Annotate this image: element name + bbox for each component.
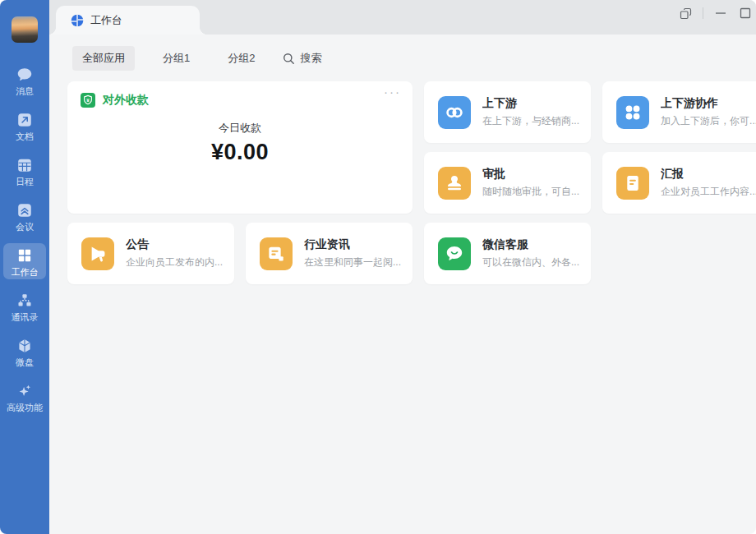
app-description: 加入上下游后，你可... xyxy=(661,114,756,128)
org-chart-icon xyxy=(16,292,34,310)
link-rings-icon xyxy=(438,96,471,129)
sidebar-item-4[interactable]: 会议 xyxy=(3,198,46,234)
app-name: 上下游 xyxy=(482,96,579,111)
sidebar-item-label: 消息 xyxy=(16,86,34,96)
app-name: 审批 xyxy=(482,167,579,182)
tab-workbench[interactable]: 工作台 xyxy=(56,6,200,35)
sidebar-item-label: 高级功能 xyxy=(7,403,43,412)
app-description: 随时随地审批，可自... xyxy=(482,185,579,199)
sidebar-item-2[interactable]: 文档 xyxy=(3,108,46,144)
document-icon xyxy=(16,111,34,129)
news-icon xyxy=(260,237,293,270)
minimize-icon[interactable] xyxy=(708,4,733,22)
filter-tab-2[interactable]: 分组1 xyxy=(153,46,200,71)
sidebar-item-8[interactable]: 高级功能 xyxy=(3,379,46,415)
filter-tab-3[interactable]: 分组2 xyxy=(218,46,265,71)
main-area: 工作台 xyxy=(49,0,756,534)
maximize-icon[interactable] xyxy=(733,4,756,22)
sidebar-item-label: 文档 xyxy=(16,131,34,141)
user-avatar[interactable] xyxy=(12,16,38,43)
app-name: 行业资讯 xyxy=(304,237,401,252)
app-description: 企业向员工发布的内... xyxy=(126,255,223,269)
app-card-7[interactable]: 微信客服 可以在微信内、外各... xyxy=(424,223,591,284)
app-card-1[interactable]: 上下游 在上下游，与经销商... xyxy=(424,81,591,143)
sidebar-item-6[interactable]: 通讯录 xyxy=(3,288,46,325)
drive-cube-icon xyxy=(16,337,34,355)
popout-window-icon[interactable] xyxy=(673,4,698,22)
app-name: 汇报 xyxy=(661,167,756,182)
app-card-2[interactable]: 上下游协作 加入上下游后，你可... xyxy=(602,81,756,143)
sidebar-item-label: 会议 xyxy=(16,222,34,232)
search-label: 搜索 xyxy=(300,51,321,66)
more-options-icon[interactable]: ··· xyxy=(384,85,401,99)
payment-card-header: ¥ 对外收款 xyxy=(81,93,399,108)
workbench-grid-icon xyxy=(16,246,34,265)
svg-text:¥: ¥ xyxy=(86,97,90,103)
payment-stat-value: ¥0.00 xyxy=(67,140,413,165)
stamp-icon xyxy=(438,167,471,200)
sidebar-item-label: 工作台 xyxy=(12,267,39,277)
sidebar-item-1[interactable]: 消息 xyxy=(3,62,46,99)
app-name: 微信客服 xyxy=(482,237,579,252)
meeting-icon xyxy=(16,201,34,219)
chat-bubble-icon xyxy=(16,66,34,84)
app-card-4[interactable]: 汇报 企业对员工工作内容... xyxy=(602,152,756,214)
search-button[interactable]: 搜索 xyxy=(283,51,321,66)
sidebar: 消息 文档 日程 会议 工作台 通讯录 微盘 高级功能 xyxy=(0,0,49,534)
sidebar-item-label: 通讯录 xyxy=(12,312,39,322)
shield-yuan-icon: ¥ xyxy=(81,93,95,108)
workbench-logo-icon xyxy=(71,14,84,27)
search-icon xyxy=(283,53,295,65)
sparkle-icon xyxy=(16,382,34,400)
app-description: 在这里和同事一起阅... xyxy=(304,255,401,269)
app-name: 上下游协作 xyxy=(661,96,756,111)
four-dots-icon xyxy=(616,96,649,129)
app-card-5[interactable]: 公告 企业向员工发布的内... xyxy=(67,223,234,284)
app-grid: ¥ 对外收款 ··· 今日收款 ¥0.00 上下游 在上下游，与经销商 xyxy=(67,81,756,284)
filter-tab-1[interactable]: 全部应用 xyxy=(72,46,135,71)
payment-stat: 今日收款 ¥0.00 xyxy=(67,121,413,165)
app-card-3[interactable]: 审批 随时随地审批，可自... xyxy=(424,152,591,214)
calendar-icon xyxy=(16,156,34,174)
sidebar-item-3[interactable]: 日程 xyxy=(3,153,46,189)
sidebar-item-7[interactable]: 微盘 xyxy=(3,334,46,370)
app-description: 在上下游，与经销商... xyxy=(482,114,579,128)
tab-bar: 工作台 xyxy=(49,0,756,35)
payment-stat-label: 今日收款 xyxy=(67,121,413,136)
wecom-window: 消息 文档 日程 会议 工作台 通讯录 微盘 高级功能 xyxy=(0,0,756,534)
app-name: 公告 xyxy=(126,237,223,252)
window-controls xyxy=(673,4,756,22)
chat-service-icon xyxy=(438,237,471,270)
app-card-6[interactable]: 行业资讯 在这里和同事一起阅... xyxy=(246,223,413,284)
payment-card-title: 对外收款 xyxy=(103,93,149,108)
app-description: 可以在微信内、外各... xyxy=(482,255,579,269)
payment-card[interactable]: ¥ 对外收款 ··· 今日收款 ¥0.00 xyxy=(67,81,413,214)
report-doc-icon xyxy=(616,167,649,200)
app-description: 企业对员工工作内容... xyxy=(661,185,756,199)
megaphone-icon xyxy=(81,237,114,270)
sidebar-item-5[interactable]: 工作台 xyxy=(3,243,46,279)
tab-label: 工作台 xyxy=(90,13,122,28)
app-filter-row: 全部应用分组1分组2 搜索 xyxy=(49,35,756,71)
sidebar-item-label: 微盘 xyxy=(16,357,34,367)
controls-divider xyxy=(703,7,703,19)
sidebar-item-label: 日程 xyxy=(16,177,34,186)
